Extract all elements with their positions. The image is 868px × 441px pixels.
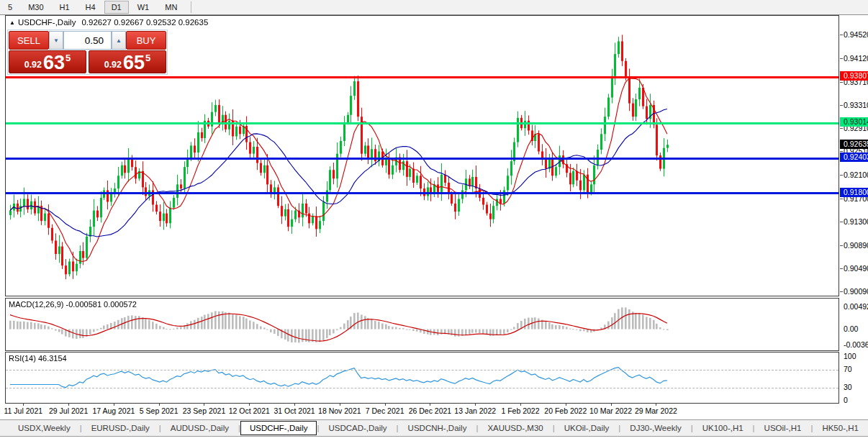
price-axis-tick: 0.90490	[844, 264, 868, 273]
buy-button[interactable]: BUY	[126, 31, 166, 50]
date-axis: 11 Jul 202129 Jul 202117 Aug 20215 Sep 2…	[0, 403, 839, 419]
axis-tick-mark	[840, 199, 843, 199]
chart-tab-audusd[interactable]: AUDUSD-,Daily	[161, 422, 238, 435]
axis-tick-mark	[840, 151, 843, 152]
rsi-axis-tick: 100	[844, 352, 868, 360]
axis-tick-mark	[840, 105, 843, 106]
price-badge: 0.92403	[840, 153, 868, 162]
macd-axis-tick: 0.004926	[844, 302, 868, 311]
date-tick-mark	[68, 403, 69, 406]
volume-increase-button[interactable]: ▲	[112, 31, 126, 50]
rsi-level-dashed-line	[6, 370, 838, 370]
one-click-trade-panel: SELL ▼ ▲ BUY 0.92635 0.92655	[7, 29, 168, 75]
timeframe-button-d1[interactable]: D1	[104, 1, 129, 14]
price-axis-tick: 0.94520	[844, 30, 868, 39]
chart-symbol-label: USDCHF-,Daily	[18, 18, 76, 27]
buy-price-big: 65	[123, 53, 145, 72]
price-level-line[interactable]	[6, 122, 838, 124]
chart-tab-usdchf[interactable]: USDCHF-,Daily	[240, 421, 317, 435]
date-tick-mark	[114, 403, 114, 406]
volume-input[interactable]	[63, 31, 112, 50]
macd-pane[interactable]: MACD(12,26,9) -0.000581 0.000572	[5, 298, 839, 351]
chart-tab-dj30[interactable]: DJ30-,Weekly	[620, 422, 690, 435]
date-tick-mark	[340, 403, 340, 406]
chart-tab-ukoil[interactable]: UKOil-,Daily	[555, 422, 619, 435]
chart-tab-usdcad[interactable]: USDCAD-,Daily	[319, 422, 396, 435]
chart-tab-eurusd[interactable]: EURUSD-,Daily	[82, 422, 159, 435]
chart-tab-uk100[interactable]: UK100-,H1	[693, 422, 753, 435]
price-axis-tick: 0.93310	[844, 101, 868, 109]
macd-axis-tick: 0.00	[844, 324, 868, 333]
chart-tab-usoil[interactable]: USOil-,H1	[755, 422, 811, 435]
price-level-line[interactable]	[6, 192, 838, 194]
rsi-label: RSI(14) 46.3154	[9, 354, 67, 363]
axis-tick-mark	[840, 58, 843, 59]
rsi-pane[interactable]: RSI(14) 46.3154	[5, 352, 839, 404]
sell-button[interactable]: SELL	[9, 31, 49, 50]
axis-tick-mark	[840, 175, 843, 176]
price-badge: 0.91800	[840, 188, 868, 197]
ohlc-values: 0.92627 0.92667 0.92532 0.92635	[81, 18, 208, 27]
chart-ohlc-header: ▲USDCHF-,Daily0.92627 0.92667 0.92532 0.…	[9, 18, 208, 27]
price-badge: 0.93014	[840, 117, 868, 127]
axis-tick-mark	[840, 222, 843, 222]
price-axis: 0.945200.941200.937100.933100.929100.925…	[840, 0, 868, 441]
date-tick-mark	[611, 403, 612, 406]
chart-tab-usdx[interactable]: USDX,Weekly	[9, 422, 80, 435]
price-level-line[interactable]	[6, 158, 838, 160]
axis-tick-mark	[840, 268, 843, 269]
axis-tick-mark	[840, 35, 843, 35]
axis-tick-mark	[840, 128, 843, 129]
price-badge: 0.93807	[840, 71, 868, 81]
date-tick-mark	[475, 403, 476, 406]
chart-tab-usdcnh[interactable]: USDCNH-,Daily	[399, 422, 476, 435]
rsi-axis-tick: 70	[844, 365, 868, 373]
date-tick-mark	[204, 403, 204, 406]
timeframe-button-h1[interactable]: H1	[53, 1, 77, 14]
sell-price-big: 63	[43, 53, 65, 72]
rsi-axis-tick: 30	[844, 383, 868, 391]
price-badge: 0.92635	[840, 140, 868, 149]
date-tick-mark	[385, 403, 386, 406]
timeframe-button-mn[interactable]: MN	[158, 1, 184, 14]
price-axis-tick: 0.90890	[844, 241, 868, 250]
macd-axis-tick: -0.003615	[844, 340, 868, 349]
date-tick-mark	[656, 403, 656, 406]
timeframe-button-h4[interactable]: H4	[78, 1, 103, 14]
date-tick-mark	[23, 403, 24, 406]
chart-tab-hk50[interactable]: HK50-,H1	[813, 422, 868, 435]
date-tick-mark	[159, 403, 160, 406]
timeframe-toolbar: 5M30H1H4D1W1MN	[0, 0, 868, 15]
timeframe-button-5[interactable]: 5	[1, 1, 19, 14]
timeframe-button-w1[interactable]: W1	[130, 1, 157, 14]
collapse-icon[interactable]: ▲	[9, 19, 15, 26]
macd-label: MACD(12,26,9) -0.000581 0.000572	[9, 300, 137, 309]
rsi-canvas	[6, 353, 838, 403]
price-axis-tick: 0.94120	[844, 54, 868, 63]
sell-quote[interactable]: 0.92635	[9, 50, 86, 73]
date-tick-mark	[294, 403, 295, 406]
rsi-axis-tick: 0	[844, 396, 868, 404]
axis-tick-mark	[840, 245, 843, 246]
price-axis-tick: 0.90090	[844, 287, 868, 296]
rsi-level-dashed-line	[6, 388, 838, 388]
price-pane[interactable]: ▲USDCHF-,Daily0.92627 0.92667 0.92532 0.…	[5, 15, 839, 296]
date-tick-mark	[249, 403, 250, 406]
sell-price-sup: 5	[65, 53, 71, 63]
volume-decrease-button[interactable]: ▼	[49, 31, 63, 50]
price-level-line[interactable]	[6, 76, 838, 78]
buy-price-sup: 5	[145, 53, 150, 63]
date-label: 29 Mar 2022	[623, 406, 688, 415]
date-tick-mark	[430, 403, 430, 406]
chart-tab-xauusd[interactable]: XAUUSD-,M30	[478, 422, 552, 435]
toolbar-separator	[191, 1, 191, 13]
date-tick-mark	[520, 403, 521, 406]
date-tick-mark	[566, 403, 566, 406]
trading-platform-window: 5M30H1H4D1W1MN ▲USDCHF-,Daily0.92627 0.9…	[0, 0, 868, 441]
buy-quote[interactable]: 0.92655	[89, 50, 166, 73]
price-axis-tick: 0.92100	[844, 171, 868, 179]
chart-tabs-bar: USDX,Weekly|EURUSD-,Daily|AUDUSD-,Daily|…	[0, 419, 868, 437]
axis-tick-mark	[840, 82, 843, 83]
timeframe-button-m30[interactable]: M30	[21, 1, 50, 14]
axis-tick-mark	[840, 291, 843, 292]
